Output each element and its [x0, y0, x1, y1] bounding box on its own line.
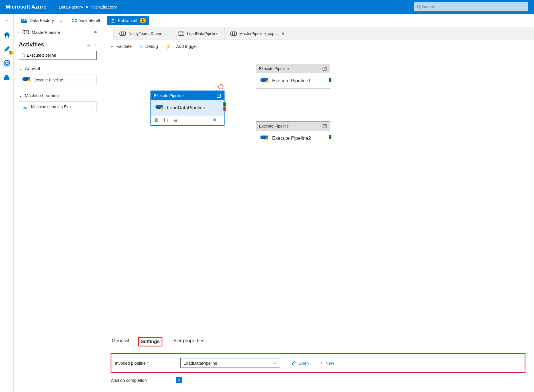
- debug-button[interactable]: ▷Debug: [140, 44, 158, 49]
- divider: [55, 3, 55, 10]
- proptab-userprops[interactable]: User properties: [170, 337, 206, 346]
- execute-pipeline-icon: ⚡: [22, 76, 30, 84]
- pipeline-tab-head[interactable]: » MasterPipeline: [14, 27, 102, 37]
- breadcrumb-resource[interactable]: live-adfactory: [91, 5, 117, 9]
- open-pipeline-icon[interactable]: [322, 66, 327, 71]
- ml-icon: [22, 104, 28, 110]
- expand-rail-button[interactable]: »: [2, 16, 11, 25]
- activities-search-input[interactable]: [27, 53, 94, 58]
- chevron-down-icon: ⌄: [273, 360, 277, 366]
- pipeline-icon: [230, 31, 237, 36]
- main-content: Data Factory ⌄ Validate all Publish all …: [14, 14, 534, 392]
- execute-pipeline-icon: ⚡: [260, 77, 269, 85]
- group-toggle-general[interactable]: ⌄General: [19, 64, 97, 73]
- global-search[interactable]: [414, 2, 528, 11]
- add-output-icon[interactable]: ⊕→: [213, 117, 221, 122]
- azure-logo: Microsoft Azure: [6, 4, 52, 10]
- tab-loaddata[interactable]: LoadDataPipeline: [172, 27, 225, 40]
- activity-execute-pipeline[interactable]: ⚡ Execute Pipeline ⋮⋮: [19, 75, 97, 85]
- success-port[interactable]: [329, 135, 331, 139]
- node-execute-pipeline2[interactable]: Execute Pipeline ⚡ Execute Pipeline2: [256, 121, 330, 146]
- node-loaddatapipeline[interactable]: Execute Pipeline ⚡ LoadDataPipeline 🗑 { …: [150, 91, 225, 126]
- tab-masterpipeline-implicit: [102, 27, 114, 40]
- left-rail: » 2: [0, 14, 14, 392]
- activities-search[interactable]: [19, 51, 97, 60]
- breadcrumb-service[interactable]: Data Factory: [59, 5, 83, 9]
- breakpoint-indicator[interactable]: [218, 84, 223, 89]
- canvas-area: NotifyTeamsChann… LoadDataPipeline Maste…: [102, 27, 534, 392]
- execute-pipeline-icon: ⚡: [260, 134, 269, 143]
- pipeline-icon: [23, 30, 29, 35]
- properties-tabs: General Settings User properties: [111, 337, 525, 346]
- group-toggle-ml[interactable]: ⌄Machine Learning: [19, 91, 97, 100]
- search-icon: [21, 53, 25, 57]
- author-button[interactable]: 2: [2, 44, 11, 54]
- service-toolbar: Data Factory ⌄ Validate all Publish all …: [14, 14, 534, 27]
- publish-badge: 2: [140, 18, 146, 23]
- home-icon: [3, 31, 11, 38]
- service-selector[interactable]: Data Factory ⌄: [19, 17, 65, 24]
- drag-handle-icon: ⋮⋮: [86, 78, 93, 82]
- drag-handle-icon: ⋮⋮: [86, 104, 93, 109]
- home-button[interactable]: [2, 30, 11, 39]
- copy-icon[interactable]: ⿻: [173, 117, 177, 122]
- activity-ml-execute[interactable]: Machine Learning Exe… ⋮⋮: [19, 101, 97, 112]
- invoked-pipeline-row: Invoked pipeline * LoadDataPipeline ⌄ Op…: [111, 353, 525, 373]
- current-pipeline-name: MasterPipeline: [32, 30, 60, 35]
- invoked-pipeline-select[interactable]: LoadDataPipeline ⌄: [180, 358, 280, 368]
- publish-icon: [110, 18, 115, 23]
- proptab-general[interactable]: General: [111, 337, 130, 346]
- properties-panel: General Settings User properties Invoked…: [102, 332, 534, 392]
- dirty-indicator: [282, 32, 284, 35]
- authoring-panel: » MasterPipeline Activities ⌄⌄ «: [14, 27, 102, 392]
- svg-line-6: [420, 8, 421, 9]
- success-port[interactable]: [329, 78, 331, 82]
- activity-group-general: ⌄General ⚡ Execute Pipeline ⋮⋮: [14, 63, 102, 89]
- open-pipeline-icon[interactable]: [217, 93, 221, 98]
- canvas-toolbar: ✓Validate ▷Debug ⚡₊Add trigger: [102, 40, 534, 53]
- svg-point-5: [417, 5, 420, 8]
- pencil-icon: [292, 361, 296, 365]
- wait-on-completion-checkbox[interactable]: ✓: [176, 377, 182, 383]
- check-icon: ✓: [111, 44, 114, 49]
- dirty-indicator: [94, 31, 97, 33]
- wait-on-completion-label: Wait on completion: [111, 378, 170, 383]
- plus-icon: +: [320, 360, 323, 366]
- expand-tree-button[interactable]: »: [17, 30, 19, 34]
- validate-button[interactable]: ✓Validate: [111, 44, 132, 49]
- lightning-icon: ⚡₊: [166, 44, 174, 49]
- pipeline-icon: [119, 31, 126, 36]
- editor-tabs: NotifyTeamsChann… LoadDataPipeline Maste…: [102, 27, 534, 40]
- success-port[interactable]: [223, 102, 226, 106]
- pencil-badge: 2: [9, 51, 13, 55]
- pipeline-canvas[interactable]: Execute Pipeline ⚡ LoadDataPipeline 🗑 { …: [102, 53, 534, 332]
- svg-rect-11: [6, 75, 8, 77]
- chevron-down-icon: ⌄: [19, 93, 23, 98]
- collapse-all-icon[interactable]: ⌄⌄: [87, 42, 91, 47]
- add-trigger-button[interactable]: ⚡₊Add trigger: [166, 44, 197, 49]
- manage-button[interactable]: [2, 73, 11, 82]
- svg-point-18: [24, 105, 26, 107]
- factory-icon: [21, 18, 27, 23]
- failure-port[interactable]: [223, 107, 226, 111]
- global-search-input[interactable]: [421, 5, 525, 9]
- open-link-button[interactable]: Open: [292, 361, 309, 366]
- delete-icon[interactable]: 🗑: [154, 117, 159, 122]
- open-pipeline-icon[interactable]: [322, 124, 327, 128]
- svg-point-16: [22, 54, 25, 56]
- proptab-settings[interactable]: Settings: [138, 337, 162, 346]
- svg-line-17: [24, 56, 25, 57]
- pipeline-icon: [178, 31, 185, 36]
- node-execute-pipeline1[interactable]: Execute Pipeline ⚡ Execute Pipeline1: [256, 64, 330, 89]
- chevron-down-icon: ⌄: [19, 66, 23, 71]
- monitor-button[interactable]: [2, 59, 11, 68]
- collapse-panel-icon[interactable]: «: [94, 42, 97, 47]
- tab-notifyteams[interactable]: NotifyTeamsChann…: [114, 27, 172, 40]
- code-icon[interactable]: { }: [164, 117, 168, 122]
- publish-all-button[interactable]: Publish all 2: [107, 16, 149, 25]
- invoked-pipeline-label: Invoked pipeline *: [115, 361, 175, 366]
- new-link-button[interactable]: + New: [320, 360, 334, 366]
- activities-header: Activities ⌄⌄ «: [14, 37, 102, 51]
- tab-masterpipeline-copy[interactable]: MasterPipeline_cop…: [225, 27, 290, 40]
- validate-all-button[interactable]: Validate all: [70, 17, 102, 24]
